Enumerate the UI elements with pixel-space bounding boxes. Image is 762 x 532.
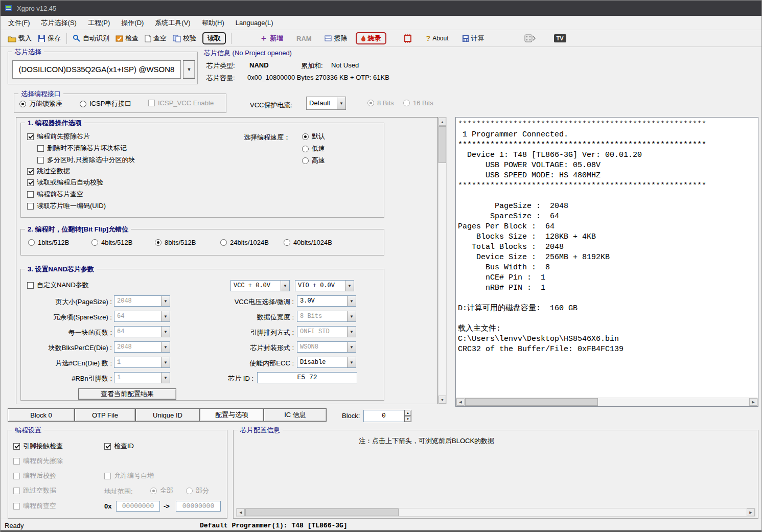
- data-width-select[interactable]: 8 Bits ▼: [297, 311, 356, 322]
- erase-button[interactable]: 擦除: [321, 33, 351, 44]
- blocks-per-ce-select[interactable]: 2048 ▼: [114, 341, 170, 353]
- scroll-down-arrow-icon[interactable]: ▼: [438, 396, 446, 404]
- vcc-protect-select[interactable]: Default ▼: [306, 97, 346, 110]
- checkbox-read-uid[interactable]: 读取芯片唯一编码(UID): [27, 201, 106, 211]
- options-vscrollbar[interactable]: ▲ ▼: [438, 117, 447, 404]
- checkbox-auto-verify[interactable]: 读取或编程后自动校验: [27, 178, 103, 187]
- load-button[interactable]: 载入: [5, 33, 35, 44]
- scroll-up-arrow-icon[interactable]: ▲: [438, 118, 446, 126]
- pages-per-block-select[interactable]: 64 ▼: [114, 326, 170, 337]
- radio-circle: [220, 239, 227, 246]
- checkbox-keep-badblock-marks[interactable]: 删除时不清除芯片坏块标记: [37, 144, 127, 153]
- ram-button[interactable]: RAM: [293, 34, 315, 43]
- calc-button[interactable]: 计算: [459, 33, 488, 44]
- block-number-field[interactable]: 0: [363, 410, 404, 422]
- radio-addr-all[interactable]: 全部: [150, 486, 173, 495]
- block-down-arrow-icon[interactable]: ▼: [404, 416, 411, 422]
- socket-config-button[interactable]: [521, 33, 539, 44]
- internal-ecc-select[interactable]: Disable ▼: [297, 357, 356, 368]
- menu-tools[interactable]: 系统工具(V): [149, 16, 196, 30]
- sparesize-select[interactable]: 64 ▼: [114, 311, 170, 322]
- ic-test-button[interactable]: [400, 33, 416, 44]
- checkbox-custom-nand[interactable]: 自定义NAND参数: [27, 281, 89, 290]
- check-button[interactable]: 检查: [112, 33, 142, 44]
- scroll-left-arrow-icon[interactable]: ◀: [237, 508, 245, 516]
- tv-button[interactable]: TV: [554, 34, 566, 42]
- chip-select-dropdown-button[interactable]: ▼: [183, 60, 195, 79]
- checkbox-verify-after[interactable]: 编程后校验: [13, 471, 56, 480]
- burn-button[interactable]: 烧录: [356, 32, 386, 44]
- chip-select-combo[interactable]: (DOSILICON)DS35Q2GA(x1+ISP) @WSON8: [12, 60, 181, 79]
- menu-help[interactable]: 帮助(H): [196, 16, 230, 30]
- pages-per-block-label: 每一块的页数 :: [25, 328, 112, 337]
- checkbox-serial-increment[interactable]: 允许编号自增: [104, 471, 154, 480]
- tab-unique-id[interactable]: Unique ID: [135, 408, 200, 422]
- blank-check-button[interactable]: 查空: [142, 33, 170, 44]
- checkbox-check-id[interactable]: 检查ID: [104, 442, 134, 451]
- pagesize-select[interactable]: 2048 ▼: [114, 295, 170, 307]
- radio-icsp-port[interactable]: ICSP串行接口: [80, 99, 131, 108]
- checkbox-pin-contact-check[interactable]: 引脚接触检查: [13, 442, 63, 451]
- radio-universal-socket[interactable]: 万能锁紧座: [19, 99, 62, 108]
- radio-8bits[interactable]: 8 Bits: [367, 99, 394, 107]
- block-up-arrow-icon[interactable]: ▲: [404, 410, 411, 416]
- package-select[interactable]: WSON8 ▼: [297, 341, 356, 353]
- menu-project[interactable]: 工程(P): [82, 16, 116, 30]
- internal-ecc-label: 使能内部ECC :: [190, 359, 294, 368]
- radio-addr-part[interactable]: 部分: [186, 486, 209, 495]
- verify-button[interactable]: 校验: [170, 33, 199, 44]
- menu-file[interactable]: 文件(F): [3, 16, 36, 30]
- vcc-voltage-select[interactable]: 3.0V ▼: [297, 295, 356, 307]
- checkbox-skip-blank[interactable]: 跳过空数据: [27, 167, 70, 176]
- radio-bitflip-8[interactable]: 8bits/512B: [155, 239, 196, 246]
- buffer-hscroll-thumb[interactable]: [245, 508, 399, 516]
- vcc-offset-select[interactable]: VCC + 0.0V ▼: [230, 280, 290, 291]
- ce-count-select[interactable]: 1 ▼: [114, 357, 170, 368]
- buffer-hscrollbar[interactable]: ◀ ▶: [236, 508, 755, 517]
- auto-detect-button[interactable]: 自动识别: [70, 33, 112, 44]
- radio-speed-low[interactable]: 低速: [302, 144, 325, 153]
- tab-config-options[interactable]: 配置与选项: [200, 408, 264, 422]
- radio-16bits[interactable]: 16 Bits: [403, 99, 433, 107]
- chip-id-field[interactable]: E5 72: [257, 372, 357, 383]
- view-config-button[interactable]: 查看当前配置结果: [78, 388, 176, 400]
- radio-speed-default[interactable]: 默认: [302, 132, 325, 141]
- radio-bitflip-1[interactable]: 1bits/512B: [28, 239, 69, 246]
- addr-to-field[interactable]: 00000000: [176, 501, 221, 512]
- checkbox-icsp-vcc-enable[interactable]: ICSP_VCC Enable: [148, 99, 214, 107]
- scroll-right-arrow-icon[interactable]: ▶: [747, 508, 755, 516]
- tab-otp-file[interactable]: OTP File: [75, 408, 135, 422]
- tab-block0[interactable]: Block 0: [8, 408, 75, 422]
- radio-bitflip-4[interactable]: 4bits/512B: [91, 239, 132, 246]
- chevron-down-icon: ▼: [347, 342, 356, 352]
- checkbox-box: [104, 473, 111, 479]
- vscroll-thumb[interactable]: [438, 126, 446, 163]
- pin-layout-select[interactable]: ONFI STD ▼: [297, 326, 356, 337]
- checkbox-skip-blank-data[interactable]: 跳过空数据: [13, 486, 56, 495]
- checkbox-blank-check-before[interactable]: 编程前芯片查空: [27, 190, 83, 199]
- radio-speed-high[interactable]: 高速: [302, 156, 325, 165]
- scroll-left-arrow-icon[interactable]: ◀: [456, 398, 465, 406]
- addr-from-field[interactable]: 00000000: [116, 501, 160, 512]
- scroll-right-arrow-icon[interactable]: ▶: [749, 398, 757, 406]
- checkbox-erase-before-program[interactable]: 编程前先擦除芯片: [27, 132, 90, 141]
- radio-circle: [302, 133, 309, 140]
- radio-circle: [91, 239, 98, 246]
- about-button[interactable]: ? About: [423, 33, 452, 43]
- checkbox-erase-selected-partition[interactable]: 多分区时,只擦除选中分区的块: [37, 155, 135, 165]
- menu-chip-select[interactable]: 芯片选择(S): [36, 16, 82, 30]
- radio-bitflip-40[interactable]: 40bits/1024B: [284, 239, 332, 246]
- radio-bitflip-24[interactable]: 24bits/1024B: [220, 239, 269, 246]
- add-button[interactable]: ＋ 新增: [257, 33, 286, 44]
- read-button[interactable]: 读取: [202, 32, 226, 44]
- menu-language[interactable]: Language(L): [230, 16, 279, 30]
- vio-offset-select[interactable]: VIO + 0.0V ▼: [295, 280, 354, 291]
- chip-type-value: NAND: [249, 61, 269, 69]
- checkbox-erase-before[interactable]: 编程前先擦除: [13, 456, 63, 466]
- menu-operation[interactable]: 操作(D): [116, 16, 149, 30]
- checkbox-blank-check[interactable]: 编程前查空: [13, 501, 56, 511]
- save-button[interactable]: 保存: [35, 33, 64, 44]
- log-hscroll-thumb[interactable]: [465, 398, 598, 406]
- log-hscrollbar[interactable]: ◀ ▶: [456, 398, 758, 406]
- tab-ic-info[interactable]: IC 信息: [264, 408, 327, 422]
